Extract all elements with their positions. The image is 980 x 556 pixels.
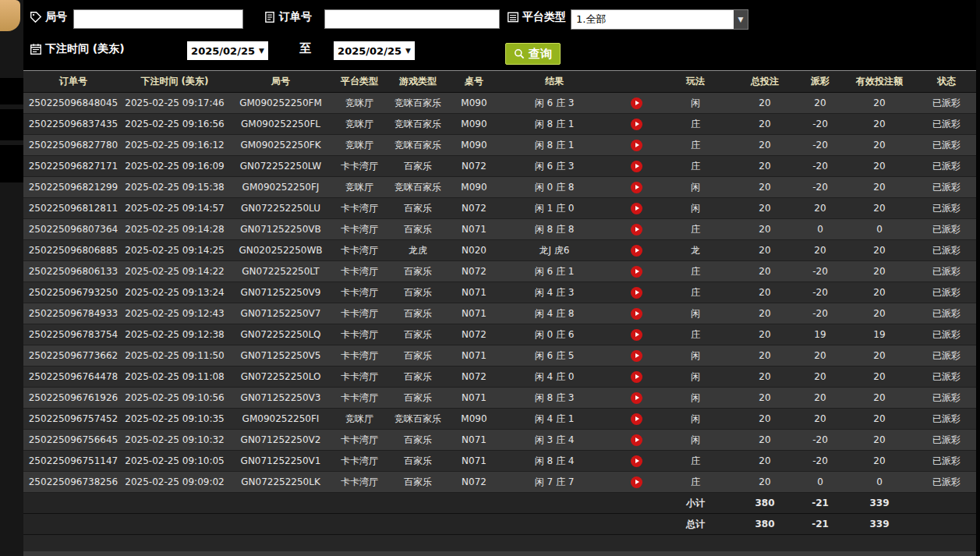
play-icon[interactable]	[631, 245, 642, 257]
bet-time-cell: 2025-02-25 09:14:22	[123, 261, 226, 282]
status-cell: 已派彩	[917, 303, 976, 324]
collapsed-sidebar	[0, 0, 23, 556]
bet-time-cell: 2025-02-25 09:16:56	[123, 114, 226, 135]
valid-bet-cell: 20	[842, 367, 917, 388]
total-bet-cell: 20	[731, 93, 798, 114]
status-cell: 已派彩	[917, 240, 976, 261]
result-cell: 闲 6 庄 3	[496, 93, 613, 114]
play-icon[interactable]	[631, 329, 642, 341]
sidebar-toggle-tab[interactable]	[0, 0, 20, 31]
col-header-platform-type: 平台类型	[335, 71, 384, 93]
play-method-cell: 庄	[660, 114, 731, 135]
play-icon[interactable]	[631, 140, 642, 151]
query-button[interactable]: 查询	[505, 43, 561, 65]
play-icon[interactable]	[631, 350, 642, 362]
table-row: 2502250968374352025-02-25 09:16:56GM0902…	[23, 114, 976, 135]
play-icon[interactable]	[631, 224, 642, 236]
game-type-cell: 竞咪百家乐	[384, 135, 452, 156]
result-cell: 闲 8 庄 1	[496, 114, 613, 135]
game-type-cell: 竞咪百家乐	[384, 114, 452, 135]
payout-cell: -20	[798, 177, 842, 198]
status-cell: 已派彩	[917, 367, 976, 388]
payout-cell: -20	[798, 282, 842, 303]
total-bet-cell: 20	[731, 345, 798, 367]
total-bet-cell: 20	[731, 156, 798, 177]
play-icon[interactable]	[631, 392, 642, 404]
play-icon[interactable]	[631, 203, 642, 214]
play-icon[interactable]	[631, 476, 642, 488]
round-no-cell: GM090252250FI	[226, 409, 335, 430]
play-method-cell: 庄	[660, 261, 731, 282]
play-icon[interactable]	[631, 287, 642, 299]
play-icon[interactable]	[631, 161, 642, 172]
play-icon[interactable]	[631, 97, 642, 109]
platform-type-cell: 卡卡湾厅	[335, 303, 384, 324]
empty-cell	[384, 514, 452, 535]
game-type-cell: 百家乐	[384, 282, 452, 303]
order-no-cell: 250225096807364	[23, 219, 123, 240]
bottom-scrollbar-track[interactable]	[23, 551, 976, 556]
table-no-cell: N072	[452, 367, 496, 388]
empty-cell	[452, 514, 496, 535]
col-header-payout: 派彩	[798, 71, 842, 93]
game-type-cell: 百家乐	[384, 345, 452, 367]
total-bet-cell: 20	[731, 114, 798, 135]
subtotal-payout-cell: -21	[798, 493, 842, 514]
round-no-cell: GN071252250V9	[226, 282, 335, 303]
round-no-cell: GN071252250V1	[226, 451, 335, 472]
status-cell: 已派彩	[917, 388, 976, 409]
main-panel: 局号 订单号 平台类型 1.全部 ▼ 下注时间 (美东) 2025/02/25 …	[23, 0, 976, 556]
table-row: 2502250968212992025-02-25 09:15:38GM0902…	[23, 177, 976, 198]
date-from-value: 2025/02/25	[191, 45, 255, 57]
round-number-input[interactable]	[73, 9, 243, 29]
valid-bet-cell: 0	[842, 219, 917, 240]
total-bet-cell: 20	[731, 451, 798, 472]
total-bet-cell: 20	[731, 177, 798, 198]
empty-cell	[226, 493, 335, 514]
order-number-label: 订单号	[279, 10, 312, 23]
game-type-cell: 百家乐	[384, 367, 452, 388]
play-icon[interactable]	[631, 308, 642, 320]
order-no-cell: 250225096751147	[23, 451, 123, 472]
table-no-cell: N071	[452, 303, 496, 324]
platform-type-select[interactable]: 1.全部 ▼	[571, 9, 748, 30]
platform-type-cell: 卡卡湾厅	[335, 261, 384, 282]
date-to-label: 至	[299, 42, 311, 55]
game-type-cell: 竞咪百家乐	[384, 409, 452, 430]
grandtotal-payout-cell: -21	[798, 514, 842, 535]
round-no-cell: GN071252250V2	[226, 430, 335, 451]
subtotal-total-bet-cell: 380	[731, 493, 798, 514]
game-type-cell: 百家乐	[384, 430, 452, 451]
result-cell: 闲 8 庄 1	[496, 135, 613, 156]
round-no-cell: GN071252250V3	[226, 388, 335, 409]
platform-type-cell: 卡卡湾厅	[335, 156, 384, 177]
play-icon[interactable]	[631, 413, 642, 425]
date-to-picker[interactable]: 2025/02/25 ▼	[334, 41, 415, 60]
play-icon[interactable]	[631, 455, 642, 467]
play-method-cell: 庄	[660, 282, 731, 303]
table-row: 2502250968128112025-02-25 09:14:57GN0722…	[23, 198, 976, 219]
grandtotal-row: 总计380-21339	[23, 514, 976, 535]
col-header-total-bet: 总投注	[731, 71, 798, 93]
status-cell: 已派彩	[917, 261, 976, 282]
play-icon[interactable]	[631, 266, 642, 278]
play-icon[interactable]	[631, 182, 642, 193]
order-number-input[interactable]	[324, 9, 500, 29]
platform-type-value: 1.全部	[576, 12, 606, 27]
game-type-cell: 龙虎	[384, 240, 452, 261]
play-icon[interactable]	[631, 371, 642, 383]
play-icon[interactable]	[631, 434, 642, 446]
play-method-cell: 龙	[660, 240, 731, 261]
round-no-cell: GM090252250FM	[226, 93, 335, 114]
date-from-picker[interactable]: 2025/02/25 ▼	[187, 41, 268, 60]
subtotal-label-cell: 小计	[660, 493, 731, 514]
status-cell: 已派彩	[917, 156, 976, 177]
total-bet-cell: 20	[731, 303, 798, 324]
game-type-cell: 百家乐	[384, 324, 452, 345]
play-method-cell: 闲	[660, 409, 731, 430]
order-no-cell: 250225096812811	[23, 198, 123, 219]
play-icon[interactable]	[631, 119, 642, 130]
empty-cell	[335, 514, 384, 535]
table-row: 2502250967566452025-02-25 09:10:32GN0712…	[23, 430, 976, 451]
game-type-cell: 竞咪百家乐	[384, 177, 452, 198]
